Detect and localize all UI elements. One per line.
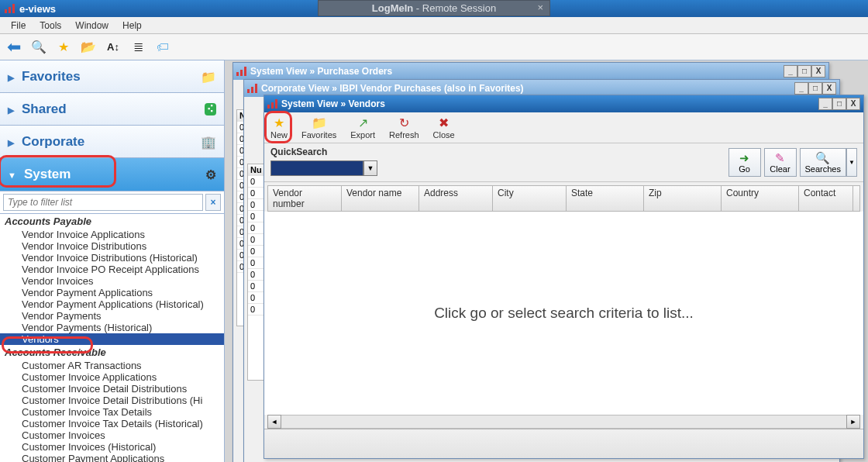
tree-item[interactable]: Customer Invoice Tax Details: [0, 406, 224, 418]
min-icon[interactable]: _: [784, 65, 797, 78]
star-icon: ★: [274, 116, 284, 129]
refresh-icon: ↻: [399, 116, 409, 129]
remote-label: - Remote Session: [413, 2, 496, 14]
tree-group-ar: Accounts Receivable: [0, 345, 224, 360]
tree-item[interactable]: Vendor Payments (Historical): [0, 322, 224, 333]
menu-window[interactable]: Window: [75, 20, 108, 31]
horizontal-scrollbar[interactable]: ◄ ►: [267, 415, 860, 429]
close-circle-icon: ✖: [439, 116, 449, 129]
quicksearch-field[interactable]: [270, 160, 363, 176]
window-title-po[interactable]: System View » Purchase Orders _ □ X: [233, 63, 828, 80]
grid-empty-message: Click go or select search criteria to li…: [264, 212, 863, 415]
open-icon[interactable]: 📂: [79, 38, 98, 57]
tree-item[interactable]: Vendor Payment Applications: [0, 287, 224, 298]
chevron-down-icon[interactable]: ▼: [363, 160, 377, 176]
column-header[interactable]: Address: [419, 186, 493, 211]
quicksearch-select[interactable]: ▼: [270, 160, 721, 176]
menu-bar: File Tools Window Help: [0, 17, 868, 34]
quicksearch-bar: QuickSearch ▼ ➜Go ✎Clear 🔍Searches ▼: [264, 143, 863, 182]
empty-text: Click go or select search criteria to li…: [434, 305, 694, 322]
tree-item[interactable]: Vendor Invoice Distributions (Historical…: [0, 252, 224, 264]
column-header[interactable]: Vendor number: [268, 186, 342, 211]
column-header[interactable]: Contact: [799, 186, 853, 211]
section-favorites[interactable]: ▶Favorites 📁: [0, 60, 224, 93]
section-system[interactable]: ▼System ⚙: [0, 158, 224, 191]
close-icon[interactable]: X: [822, 82, 836, 95]
scroll-left-icon[interactable]: ◄: [267, 415, 281, 429]
column-header[interactable]: Vendor name: [342, 186, 419, 211]
column-header[interactable]: City: [493, 186, 567, 211]
tree-item[interactable]: Customer AR Transactions: [0, 360, 224, 371]
favorites-button[interactable]: 📁Favorites: [300, 114, 338, 141]
close-icon[interactable]: X: [811, 65, 825, 78]
star-icon[interactable]: ★: [54, 38, 73, 57]
building-icon: 🏢: [201, 135, 216, 150]
app-title: e-views: [19, 3, 56, 15]
close-icon[interactable]: ×: [537, 2, 543, 13]
close-button[interactable]: ✖Close: [432, 114, 456, 141]
section-shared[interactable]: ▶Shared ⠪: [0, 93, 224, 126]
close-icon[interactable]: X: [846, 98, 860, 110]
tree-item[interactable]: Customer Invoice Detail Distributions: [0, 383, 224, 395]
search-icon[interactable]: 🔍: [29, 38, 48, 57]
remote-session-bar: LogMeIn - Remote Session ×: [318, 0, 550, 16]
tag-icon[interactable]: 🏷: [153, 38, 172, 57]
column-header[interactable]: Zip: [644, 186, 722, 211]
searches-dropdown[interactable]: ▼: [846, 148, 857, 177]
status-bar: [264, 429, 863, 458]
mdi-area: System View » Purchase Orders _ □ X Nu 0…: [225, 60, 868, 462]
column-header[interactable]: State: [567, 186, 644, 211]
share-icon: ⠪: [205, 103, 216, 116]
go-button[interactable]: ➜Go: [728, 148, 761, 177]
export-button[interactable]: ↗Export: [349, 114, 377, 141]
max-icon[interactable]: □: [797, 65, 811, 78]
tree-group-ap: Accounts Payable: [0, 214, 224, 229]
quicksearch-label: QuickSearch: [270, 147, 721, 157]
gear-icon: ⚙: [205, 167, 216, 182]
chart-icon: [247, 84, 257, 93]
menu-file[interactable]: File: [11, 20, 26, 31]
max-icon[interactable]: □: [832, 98, 846, 110]
tree-item[interactable]: Customer Invoice Detail Distributions (H…: [0, 395, 224, 406]
tree-item[interactable]: Vendor Invoice PO Receipt Applications: [0, 264, 224, 275]
tree-item[interactable]: Customer Invoice Tax Details (Historical…: [0, 418, 224, 429]
filter-input[interactable]: [3, 194, 203, 211]
searches-button[interactable]: 🔍Searches: [800, 148, 846, 177]
filter-row: ×: [0, 190, 225, 215]
tree-item[interactable]: Vendors: [0, 333, 224, 345]
min-icon[interactable]: _: [794, 82, 808, 95]
clear-filter-icon[interactable]: ×: [205, 194, 221, 211]
tree-item[interactable]: Customer Invoices: [0, 429, 224, 441]
new-button[interactable]: ★New: [269, 114, 289, 141]
tree-item[interactable]: Vendor Invoice Applications: [0, 229, 224, 240]
export-icon: ↗: [358, 116, 368, 129]
tree-item[interactable]: Vendor Invoice Distributions: [0, 240, 224, 252]
tree-item[interactable]: Vendor Payments: [0, 310, 224, 322]
scroll-right-icon[interactable]: ►: [846, 415, 860, 429]
favorites-folder-icon: 📁: [201, 70, 216, 84]
tree-item[interactable]: Vendor Payment Applications (Historical): [0, 298, 224, 310]
col-header: Nu: [248, 164, 265, 176]
app-icon: [3, 2, 16, 15]
max-icon[interactable]: □: [808, 82, 822, 95]
chart-icon: [267, 99, 277, 109]
folder-icon: 📁: [312, 116, 327, 129]
remote-product: LogMeIn: [372, 2, 413, 14]
list-icon[interactable]: ≣: [129, 38, 147, 57]
clear-button[interactable]: ✎Clear: [764, 148, 797, 177]
tree-item[interactable]: Customer Invoice Applications: [0, 371, 224, 383]
sort-az-icon[interactable]: A↕: [104, 38, 122, 57]
window-title-vendors[interactable]: System View » Vendors _ □ X: [264, 95, 863, 112]
grid-header: Vendor numberVendor nameAddressCityState…: [267, 185, 860, 212]
tree-item[interactable]: Customer Payment Applications: [0, 453, 224, 462]
min-icon[interactable]: _: [818, 98, 832, 110]
sidebar: ▶Favorites 📁 ▶Shared ⠪ ▶Corporate 🏢 ▼Sys…: [0, 60, 225, 462]
menu-help[interactable]: Help: [122, 20, 142, 31]
column-header[interactable]: Country: [722, 186, 799, 211]
tree-item[interactable]: Customer Invoices (Historical): [0, 441, 224, 453]
menu-tools[interactable]: Tools: [40, 20, 61, 31]
tree-item[interactable]: Vendor Invoices: [0, 275, 224, 287]
back-icon[interactable]: ⬅: [5, 38, 23, 57]
section-corporate[interactable]: ▶Corporate 🏢: [0, 126, 224, 158]
refresh-button[interactable]: ↻Refresh: [388, 114, 421, 141]
